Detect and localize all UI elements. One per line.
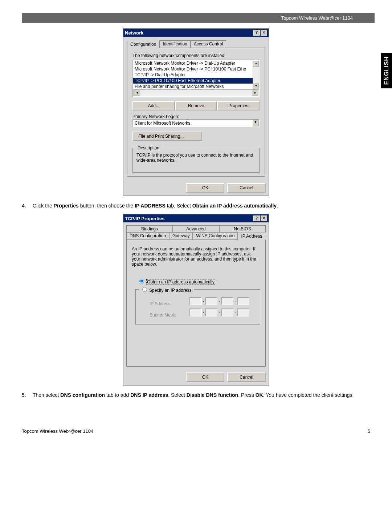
- help-button[interactable]: ?: [253, 215, 260, 221]
- radio-obtain-auto-input[interactable]: [139, 279, 144, 283]
- list-item[interactable]: File and printer sharing for Microsoft N…: [133, 84, 253, 89]
- list-item[interactable]: Microsoft Network Monitor Driver -> PCI …: [133, 66, 253, 72]
- page-number: 5: [368, 428, 370, 434]
- tab-advanced[interactable]: Advanced: [173, 225, 219, 232]
- list-item-selected[interactable]: TCP/IP -> PCI 10/100 Fast Ethernet Adapt…: [133, 78, 253, 84]
- tab-access-control[interactable]: Access Control: [191, 40, 226, 48]
- add-button[interactable]: Add...: [132, 101, 175, 110]
- network-components-label: The following network components are ins…: [132, 53, 260, 58]
- network-titlebar: Network ? ×: [123, 29, 269, 37]
- ip-octet[interactable]: [221, 297, 233, 305]
- tab-wins-configuration[interactable]: WINS Configuration: [193, 232, 238, 239]
- header-product-name: Topcom Wireless Webr@cer 1104: [281, 15, 353, 21]
- tab-identification[interactable]: Identification: [159, 40, 190, 48]
- properties-button[interactable]: Properties: [217, 101, 260, 110]
- scroll-right-icon[interactable]: ▸: [252, 90, 258, 96]
- step-5: 5. Then select DNS configuration tab to …: [22, 392, 370, 398]
- step-4: 4. Click the Properties button, then cho…: [22, 203, 370, 209]
- list-item[interactable]: Microsoft Network Monitor Driver -> Dial…: [133, 60, 253, 66]
- ip-address-field[interactable]: . . .: [189, 297, 249, 305]
- step-text: Then select DNS configuration tab to add…: [33, 392, 370, 398]
- primary-logon-value: Client for Microsoft Networks: [133, 120, 252, 126]
- ip-octet[interactable]: [237, 309, 249, 317]
- primary-logon-label: Primary Network Logon:: [132, 114, 260, 119]
- radio-obtain-auto-label: Obtain an IP address automatically: [146, 279, 215, 285]
- ip-octet[interactable]: [205, 309, 217, 317]
- primary-logon-select[interactable]: Client for Microsoft Networks ▼: [132, 119, 260, 127]
- tab-bindings[interactable]: Bindings: [126, 225, 173, 232]
- radio-specify[interactable]: Specify an IP address:: [139, 286, 194, 293]
- tab-dns-configuration[interactable]: DNS Configuration: [126, 232, 169, 239]
- help-button[interactable]: ?: [253, 30, 260, 36]
- remove-button[interactable]: Remove: [175, 101, 217, 110]
- vertical-scrollbar[interactable]: ▴ ▾: [253, 60, 259, 89]
- tab-configuration[interactable]: Configuration: [127, 41, 159, 48]
- list-item[interactable]: TCP/IP -> Dial-Up Adapter: [133, 72, 253, 78]
- network-components-list[interactable]: Microsoft Network Monitor Driver -> Dial…: [132, 60, 260, 97]
- tab-ip-address[interactable]: IP Address: [238, 233, 265, 240]
- language-side-tab: ENGLISH: [381, 53, 392, 88]
- ok-button[interactable]: OK: [186, 183, 224, 193]
- tcpip-dialog: TCP/IP Properties ? × Bindings Advanced …: [123, 214, 269, 386]
- ip-octet[interactable]: [237, 297, 249, 305]
- radio-obtain-auto[interactable]: Obtain an IP address automatically: [138, 278, 260, 285]
- radio-specify-label: Specify an IP address:: [149, 288, 193, 293]
- subnet-mask-label: Subnet Mask:: [150, 313, 186, 318]
- step-number: 4.: [22, 203, 33, 209]
- scroll-track[interactable]: [253, 67, 259, 83]
- subnet-mask-field[interactable]: . . .: [189, 309, 249, 317]
- tcpip-titlebar: TCP/IP Properties ? ×: [123, 214, 269, 222]
- network-title: Network: [125, 30, 253, 36]
- language-label: ENGLISH: [383, 56, 389, 85]
- ip-explain-text: An IP address can be automatically assig…: [132, 246, 260, 267]
- radio-specify-input[interactable]: [142, 287, 147, 292]
- page-header: Topcom Wireless Webr@cer 1104: [22, 13, 375, 23]
- scroll-down-icon[interactable]: ▾: [253, 83, 259, 89]
- network-tabs: Configuration Identification Access Cont…: [127, 40, 265, 48]
- scroll-left-icon[interactable]: ◂: [134, 90, 140, 96]
- file-print-sharing-button[interactable]: File and Print Sharing...: [132, 132, 202, 141]
- network-dialog: Network ? × Configuration Identification…: [123, 28, 269, 196]
- footer-product-name: Topcom Wireless Webr@cer 1104: [22, 428, 93, 434]
- chevron-down-icon[interactable]: ▼: [252, 120, 259, 126]
- ip-address-label: IP Address:: [150, 301, 186, 306]
- close-button[interactable]: ×: [261, 215, 267, 221]
- tcpip-title: TCP/IP Properties: [125, 216, 253, 221]
- scroll-track-h[interactable]: [140, 90, 252, 96]
- step-number: 5.: [22, 392, 33, 398]
- tab-netbios[interactable]: NetBIOS: [219, 225, 266, 232]
- step-text: Click the Properties button, then choose…: [33, 203, 370, 209]
- ip-octet[interactable]: [189, 297, 202, 305]
- description-legend: Description: [136, 145, 160, 150]
- close-button[interactable]: ×: [261, 30, 267, 36]
- ip-octet[interactable]: [221, 309, 233, 317]
- cancel-button[interactable]: Cancel: [227, 372, 266, 382]
- horizontal-scrollbar[interactable]: ◂ ▸: [133, 89, 259, 96]
- page-footer: Topcom Wireless Webr@cer 1104 5: [0, 421, 392, 445]
- ip-octet[interactable]: [189, 309, 202, 317]
- ip-octet[interactable]: [205, 297, 217, 305]
- scroll-up-icon[interactable]: ▴: [253, 60, 259, 67]
- tab-gateway[interactable]: Gateway: [169, 232, 193, 239]
- description-text: TCP/IP is the protocol you use to connec…: [136, 153, 256, 163]
- description-group: Description TCP/IP is the protocol you u…: [132, 145, 260, 173]
- ok-button[interactable]: OK: [186, 372, 224, 382]
- cancel-button[interactable]: Cancel: [227, 183, 266, 193]
